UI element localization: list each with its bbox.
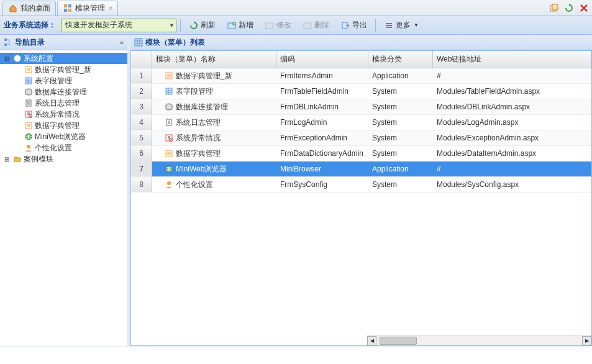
- tree-node-0-4[interactable]: 系统异常情况: [0, 109, 127, 120]
- table-row[interactable]: 1 数据字典管理_新 FrmItemsAdmin Application #: [131, 68, 591, 84]
- row-number[interactable]: 4: [131, 115, 152, 130]
- svg-point-17: [16, 57, 19, 60]
- tree-label: 系统异常情况: [35, 109, 80, 120]
- cell-code: FrmTableFieldAdmin: [276, 87, 368, 96]
- alert-icon: [165, 134, 173, 142]
- cell-name: 数据字典管理: [152, 148, 276, 159]
- separator: [375, 19, 376, 32]
- expand-icon[interactable]: ⊞: [2, 156, 11, 163]
- system-select-combo[interactable]: 快速开发框架子系统 ▼: [61, 19, 176, 32]
- tab-desktop[interactable]: 我的桌面: [2, 1, 56, 16]
- collapse-icon[interactable]: «: [120, 39, 124, 46]
- row-number[interactable]: 1: [131, 68, 152, 83]
- scroll-thumb[interactable]: [380, 337, 417, 345]
- svg-point-26: [27, 145, 30, 148]
- svg-rect-2: [64, 9, 67, 12]
- refresh-icon[interactable]: [563, 2, 575, 14]
- row-number[interactable]: 7: [131, 162, 152, 176]
- tree-node-0-7[interactable]: 个性化设置: [0, 142, 127, 153]
- col-name[interactable]: 模块（菜单）名称: [152, 51, 276, 68]
- delete-icon: [303, 20, 312, 30]
- cell-code: FrmDBLinkAdmin: [276, 102, 368, 111]
- more-button[interactable]: 更多 ▼: [380, 19, 423, 32]
- svg-rect-14: [4, 39, 7, 41]
- data-grid: 模块（菜单）名称 编码 模块分类 Web链接地址 1 数据字典管理_新 FrmI…: [130, 50, 592, 346]
- main-panel: 模块（菜单）列表 模块（菜单）名称 编码 模块分类 Web链接地址 1 数据字典…: [130, 35, 592, 346]
- delete-button: 删除: [298, 19, 334, 32]
- sidebar-header: 导航目录 «: [0, 35, 127, 50]
- cell-category: System: [368, 87, 433, 96]
- cell-code: FrmItemsAdmin: [276, 71, 368, 80]
- alert-icon: [24, 109, 34, 119]
- cell-url: #: [433, 71, 591, 80]
- svg-rect-9: [304, 23, 311, 29]
- table-row[interactable]: 6 数据字典管理 FrmDataDictionaryAdmin System M…: [131, 146, 591, 162]
- button-label: 删除: [314, 20, 329, 30]
- button-label: 修改: [276, 20, 291, 30]
- svg-rect-5: [552, 4, 558, 10]
- svg-rect-3: [68, 9, 71, 12]
- tree-label: 系统配置: [24, 53, 53, 64]
- cell-name: 系统异常情况: [152, 133, 276, 143]
- cell-category: Application: [368, 71, 433, 80]
- tree-node-0-2[interactable]: 数据库连接管理: [0, 86, 127, 98]
- row-number[interactable]: 8: [131, 177, 152, 192]
- tree-node-0[interactable]: ⊟系统配置: [0, 53, 127, 64]
- col-category[interactable]: 模块分类: [368, 51, 433, 68]
- table-row[interactable]: 8 个性化设置 FrmSysConfig System Modules/SysC…: [131, 177, 591, 193]
- tab-module-mgmt[interactable]: 模块管理 ×: [57, 1, 118, 16]
- cell-code: FrmSysConfig: [276, 180, 368, 189]
- add-button[interactable]: 新增: [222, 19, 258, 32]
- tree-icon: [4, 38, 12, 47]
- scroll-left-icon[interactable]: ◀: [367, 336, 376, 345]
- tree-label: 数据字典管理_新: [35, 65, 91, 75]
- log-icon: [24, 98, 34, 108]
- svg-rect-12: [386, 25, 392, 26]
- table-row[interactable]: 2 表字段管理 FrmTableFieldAdmin System Module…: [131, 84, 591, 99]
- more-icon: [384, 20, 394, 30]
- cell-url: Modules/LogAdmin.aspx: [433, 118, 591, 127]
- globe-icon: [165, 165, 173, 173]
- grid-header: 模块（菜单）列表: [130, 35, 592, 50]
- table-row[interactable]: 7 MiniWeb浏览器 MiniBrowser Application #: [131, 162, 591, 177]
- tree-label: 个性化设置: [35, 143, 72, 153]
- cell-category: System: [368, 134, 433, 142]
- tree-label: 数据字典管理: [35, 121, 80, 131]
- list-icon: [24, 121, 34, 130]
- row-number[interactable]: 2: [131, 84, 152, 99]
- grid-column-headers: 模块（菜单）名称 编码 模块分类 Web链接地址: [131, 51, 591, 68]
- toolbar: 业务系统选择： 快速开发框架子系统 ▼ 刷新 新增 修改 删除 导出 更多 ▼: [0, 16, 592, 35]
- collapse-icon[interactable]: ⊟: [2, 55, 11, 62]
- row-number[interactable]: 6: [131, 146, 152, 161]
- row-number[interactable]: 5: [131, 130, 152, 145]
- scroll-right-icon[interactable]: ▶: [582, 336, 591, 345]
- row-number[interactable]: 3: [131, 99, 152, 114]
- refresh-button[interactable]: 刷新: [184, 19, 220, 32]
- tree-node-0-3[interactable]: 系统日志管理: [0, 98, 127, 109]
- cell-name: 数据库连接管理: [152, 102, 276, 112]
- tree-node-0-6[interactable]: MiniWeb浏览器: [0, 131, 127, 142]
- window-btn-1-icon[interactable]: [549, 2, 560, 14]
- tree-node-0-5[interactable]: 数据字典管理: [0, 120, 127, 131]
- button-label: 新增: [239, 20, 253, 30]
- cell-name: 表字段管理: [152, 86, 276, 97]
- table-row[interactable]: 4 系统日志管理 FrmLogAdmin System Modules/LogA…: [131, 115, 591, 130]
- horizontal-scrollbar[interactable]: ◀ ▶: [367, 335, 591, 345]
- col-url[interactable]: Web链接地址: [433, 51, 591, 68]
- export-button[interactable]: 导出: [336, 19, 371, 32]
- col-code[interactable]: 编码: [276, 51, 368, 68]
- tree-node-0-1[interactable]: 表字段管理: [0, 75, 127, 86]
- close-icon[interactable]: [578, 2, 590, 14]
- grid-icon: [134, 38, 143, 47]
- nav-tree: ⊟系统配置数据字典管理_新表字段管理数据库连接管理系统日志管理系统异常情况数据字…: [0, 50, 127, 346]
- chevron-down-icon: ▼: [169, 22, 175, 29]
- table-row[interactable]: 5 系统异常情况 FrmExceptionAdmin System Module…: [131, 130, 591, 146]
- gear-icon: [12, 53, 22, 63]
- tab-close-icon[interactable]: ×: [109, 4, 112, 12]
- button-label: 刷新: [201, 20, 216, 30]
- table-row[interactable]: 3 数据库连接管理 FrmDBLinkAdmin System Modules/…: [131, 99, 591, 115]
- footer: [0, 346, 592, 361]
- tree-node-1[interactable]: ⊞案例模块: [0, 153, 127, 165]
- tree-node-0-0[interactable]: 数据字典管理_新: [0, 64, 127, 75]
- rownum-header[interactable]: [131, 51, 152, 68]
